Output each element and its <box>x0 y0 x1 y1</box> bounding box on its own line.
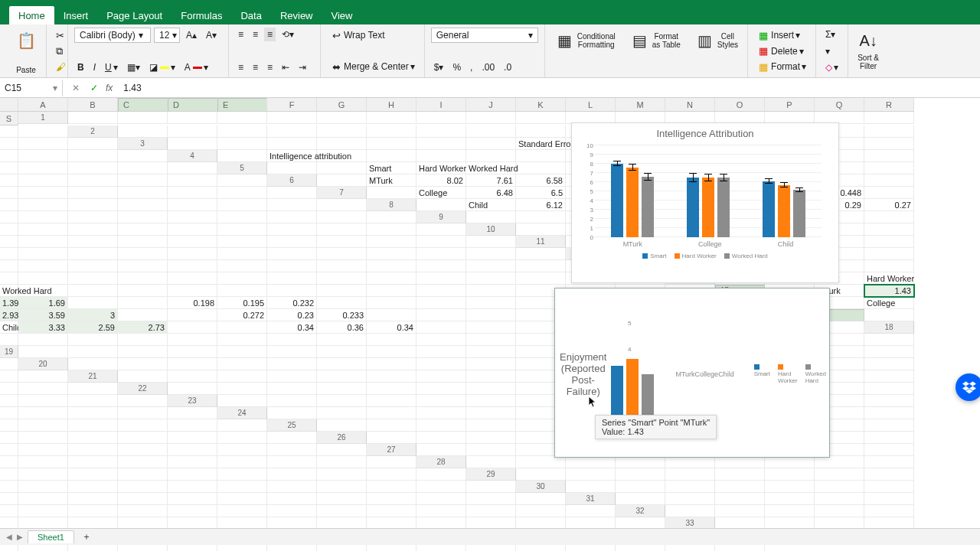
cell[interactable] <box>317 334 367 346</box>
cell[interactable] <box>317 297 367 309</box>
dropbox-badge[interactable] <box>956 373 980 401</box>
column-header[interactable]: E <box>217 98 267 112</box>
cell[interactable] <box>416 150 466 162</box>
formula-input[interactable]: 1.43 <box>119 83 980 93</box>
cell[interactable] <box>18 432 68 444</box>
cell[interactable] <box>317 272 367 285</box>
cell[interactable]: 0.27 <box>864 199 914 211</box>
cell[interactable] <box>0 138 18 150</box>
cell[interactable] <box>168 346 217 358</box>
cell[interactable] <box>715 456 765 468</box>
cell[interactable] <box>466 346 516 358</box>
cell[interactable]: Hard Worker <box>864 272 914 285</box>
cell[interactable] <box>864 346 914 358</box>
cell[interactable] <box>68 236 118 248</box>
conditional-formatting-button[interactable]: ▦Conditional Formatting <box>551 28 619 54</box>
cell[interactable]: 0.232 <box>267 297 317 309</box>
orientation-button[interactable]: ⟲▾ <box>279 28 297 41</box>
name-box[interactable]: C15▾ <box>0 80 63 96</box>
cell[interactable] <box>715 505 765 517</box>
cell[interactable] <box>68 456 118 468</box>
cell[interactable] <box>466 309 516 321</box>
font-size-select[interactable]: 12▾ <box>154 28 180 43</box>
cell[interactable]: Worked Hard <box>466 162 516 174</box>
column-header[interactable]: B <box>68 98 118 112</box>
cell[interactable] <box>217 468 267 481</box>
cell[interactable] <box>118 211 168 223</box>
cell[interactable] <box>217 187 267 199</box>
cell[interactable] <box>516 260 566 272</box>
cell[interactable] <box>118 346 168 358</box>
cell[interactable] <box>317 150 367 162</box>
cell[interactable] <box>267 493 317 505</box>
cell[interactable] <box>516 505 566 517</box>
cell[interactable] <box>0 272 18 285</box>
cell[interactable] <box>416 223 466 236</box>
cell[interactable] <box>68 248 118 260</box>
cell[interactable] <box>367 334 416 346</box>
cell[interactable] <box>168 248 217 260</box>
cell[interactable] <box>516 150 566 162</box>
cell[interactable] <box>18 383 68 395</box>
cell[interactable] <box>267 285 317 297</box>
cell[interactable] <box>118 260 168 272</box>
cell[interactable] <box>118 297 168 309</box>
cell[interactable] <box>267 211 317 223</box>
cell[interactable] <box>864 187 914 199</box>
cell[interactable] <box>367 383 416 395</box>
cell[interactable] <box>267 187 317 199</box>
cell[interactable] <box>267 346 317 358</box>
cell[interactable] <box>367 211 416 223</box>
cell[interactable] <box>367 432 416 444</box>
cell[interactable] <box>118 334 168 346</box>
cell[interactable]: 0.23 <box>267 309 317 321</box>
cell[interactable] <box>466 126 516 138</box>
cell[interactable] <box>864 150 914 162</box>
next-sheet-button[interactable]: ▶ <box>17 533 23 541</box>
cell[interactable] <box>317 370 367 383</box>
cell[interactable] <box>217 112 267 124</box>
cell[interactable] <box>168 174 217 187</box>
cell[interactable] <box>0 334 18 346</box>
cell[interactable] <box>416 346 466 358</box>
cell[interactable] <box>367 346 416 358</box>
cell[interactable] <box>416 358 466 370</box>
cell[interactable] <box>864 395 914 407</box>
cell[interactable] <box>68 419 118 432</box>
align-middle-button[interactable]: ≡ <box>250 28 261 41</box>
cell[interactable] <box>864 236 914 248</box>
cell[interactable] <box>0 493 18 505</box>
cell[interactable] <box>416 248 466 260</box>
cell[interactable] <box>267 395 317 407</box>
column-header[interactable]: K <box>516 98 566 112</box>
cell[interactable] <box>416 395 466 407</box>
prev-sheet-button[interactable]: ◀ <box>6 533 12 541</box>
fill-button[interactable]: ▾ <box>822 44 841 58</box>
cell[interactable] <box>416 285 466 297</box>
cell[interactable] <box>864 248 914 260</box>
dec-decimal-button[interactable]: .0 <box>501 60 514 74</box>
cell[interactable] <box>864 358 914 370</box>
cell[interactable] <box>864 174 914 187</box>
cell[interactable]: 2.93 <box>0 309 18 321</box>
cell[interactable] <box>367 419 416 432</box>
cell[interactable] <box>516 162 566 174</box>
cell[interactable] <box>317 162 367 174</box>
cell[interactable] <box>168 162 217 174</box>
cell[interactable] <box>864 138 914 150</box>
cell[interactable] <box>466 260 516 272</box>
cell[interactable] <box>367 358 416 370</box>
cell[interactable] <box>217 223 267 236</box>
cell[interactable] <box>416 481 466 493</box>
cell[interactable] <box>68 138 118 150</box>
cell[interactable] <box>815 493 864 505</box>
column-header[interactable]: S <box>0 112 18 126</box>
cell[interactable] <box>466 334 516 346</box>
column-header[interactable]: F <box>267 98 317 112</box>
cell[interactable]: 6.58 <box>516 174 566 187</box>
cell[interactable] <box>168 370 217 383</box>
cell[interactable] <box>317 211 367 223</box>
cell[interactable] <box>416 236 466 248</box>
cell[interactable] <box>118 505 168 517</box>
cell[interactable] <box>466 248 516 260</box>
